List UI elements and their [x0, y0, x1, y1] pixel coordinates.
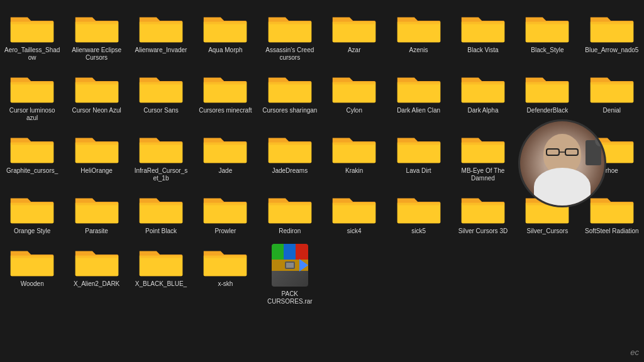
file-item-44[interactable]: PACK CURSORES.rar	[258, 239, 322, 309]
file-item-24[interactable]: JadeDreams	[258, 126, 322, 186]
file-label: Dark Alien Clan	[397, 107, 440, 114]
folder-icon	[203, 69, 248, 104]
file-item-19[interactable]: Denial	[580, 65, 644, 126]
file-item-27[interactable]: MB-Eye Of The Damned	[451, 126, 515, 186]
file-label: Black_Style	[531, 47, 564, 54]
file-item-40[interactable]: Wooden	[0, 239, 64, 309]
file-label: Prowler	[214, 228, 236, 235]
file-label: Cursor Neon Azul	[72, 107, 121, 114]
folder-icon	[203, 9, 248, 44]
folder-icon	[525, 9, 570, 44]
file-item-20[interactable]: Graphite_cursors_	[0, 126, 64, 186]
file-item-34[interactable]: Rediron	[258, 186, 322, 239]
file-label: Azar	[348, 47, 361, 54]
file-item-4[interactable]: Assassin's Creed cursors	[258, 5, 322, 65]
file-item-25[interactable]: Krakin	[322, 126, 386, 186]
file-item-32[interactable]: Point Black	[129, 186, 193, 239]
file-item-41[interactable]: X_Alien2_DARK	[64, 239, 128, 309]
file-item-31[interactable]: Parasite	[64, 186, 128, 239]
file-label: DefenderBlack	[527, 107, 569, 114]
file-item-43[interactable]: x-skh	[193, 239, 257, 309]
folder-icon	[9, 129, 55, 165]
file-item-17[interactable]: Dark Alpha	[451, 65, 515, 126]
folder-icon	[331, 190, 377, 225]
folder-icon	[267, 9, 313, 44]
folder-icon	[460, 190, 506, 225]
file-label: Lava Dirt	[406, 167, 431, 175]
folder-icon	[396, 69, 441, 104]
webcam-overlay	[518, 119, 606, 207]
file-item-2[interactable]: Alienware_Invader	[129, 5, 193, 65]
file-item-3[interactable]: Aqua Morph	[193, 5, 257, 65]
file-item-18[interactable]: DefenderBlack	[515, 65, 579, 126]
file-item-33[interactable]: Prowler	[193, 186, 257, 239]
folder-icon	[396, 129, 441, 165]
file-item-42[interactable]: X_BLACK_BLUE_	[129, 239, 193, 309]
file-item-11[interactable]: Cursor Neon Azul	[64, 65, 128, 126]
file-item-10[interactable]: Cursor luminoso azul	[0, 65, 64, 126]
file-label: X_BLACK_BLUE_	[135, 280, 187, 288]
file-item-45	[322, 239, 386, 309]
file-label: X_Alien2_DARK	[74, 280, 119, 288]
file-item-8[interactable]: Black_Style	[515, 5, 579, 65]
file-item-35[interactable]: sick4	[322, 186, 386, 239]
file-item-36[interactable]: sick5	[386, 186, 450, 239]
file-item-16[interactable]: Dark Alien Clan	[386, 65, 450, 126]
folder-icon	[9, 243, 55, 278]
file-label: Cursores minecraft	[199, 107, 252, 114]
file-label: Rediron	[279, 228, 301, 235]
file-label: Cursores sharingan	[262, 107, 317, 114]
file-item-12[interactable]: Cursor Sans	[129, 65, 193, 126]
folder-icon	[138, 69, 184, 104]
folder-icon	[203, 129, 248, 165]
file-item-37[interactable]: Silver Cursors 3D	[451, 186, 515, 239]
file-label: Krakin	[345, 167, 363, 175]
folder-icon	[138, 9, 184, 44]
file-label: MB-Eye Of The Damned	[455, 167, 511, 182]
file-label: rhoe	[606, 167, 618, 175]
folder-icon	[9, 69, 55, 104]
file-item-6[interactable]: Azenis	[386, 5, 450, 65]
file-item-15[interactable]: Cylon	[322, 65, 386, 126]
file-item-21[interactable]: HeliOrange	[64, 126, 128, 186]
file-label: PACK CURSORES.rar	[262, 290, 318, 305]
file-item-1[interactable]: Alienware Eclipse Cursors	[64, 5, 128, 65]
file-label: Aqua Morph	[208, 47, 242, 54]
file-label: Orange Style	[14, 228, 50, 235]
svg-rect-1	[565, 149, 578, 155]
file-label: Cursor Sans	[143, 107, 179, 114]
file-label: Black Vista	[467, 47, 498, 54]
file-item-30[interactable]: Orange Style	[0, 186, 64, 239]
file-item-7[interactable]: Black Vista	[451, 5, 515, 65]
folder-icon	[267, 69, 313, 104]
folder-icon	[74, 243, 119, 278]
file-label: Alienware_Invader	[135, 47, 187, 54]
file-label: JadeDreams	[272, 167, 308, 175]
file-item-13[interactable]: Cursores minecraft	[193, 65, 257, 126]
file-label: Alienware Eclipse Cursors	[69, 47, 125, 62]
file-label: Silver Cursors 3D	[458, 228, 508, 235]
file-item-48	[515, 239, 579, 309]
file-item-26[interactable]: Lava Dirt	[386, 126, 450, 186]
file-label: Wooden	[21, 280, 44, 288]
folder-icon	[525, 69, 570, 104]
folder-icon	[589, 69, 635, 104]
file-item-22[interactable]: InfraRed_Cursor_set_1b	[129, 126, 193, 186]
folder-icon	[331, 129, 377, 165]
file-label: Cursor luminoso azul	[4, 107, 60, 122]
file-item-0[interactable]: Aero_Tailless_Shadow	[0, 5, 64, 65]
file-label: Graphite_cursors_	[6, 167, 58, 175]
ec-badge: ec	[630, 348, 639, 357]
file-item-14[interactable]: Cursores sharingan	[258, 65, 322, 126]
file-label: sick5	[411, 228, 426, 235]
file-label: x-skh	[218, 280, 233, 288]
file-label: HeliOrange	[80, 167, 113, 175]
folder-icon	[267, 190, 313, 225]
file-label: Parasite	[85, 228, 108, 235]
file-item-5[interactable]: Azar	[322, 5, 386, 65]
file-item-23[interactable]: Jade	[193, 126, 257, 186]
file-label: Point Black	[145, 228, 177, 235]
rar-icon	[267, 243, 313, 288]
file-item-9[interactable]: Blue_Arrow_nado5	[580, 5, 644, 65]
file-label: InfraRed_Cursor_set_1b	[133, 167, 189, 182]
